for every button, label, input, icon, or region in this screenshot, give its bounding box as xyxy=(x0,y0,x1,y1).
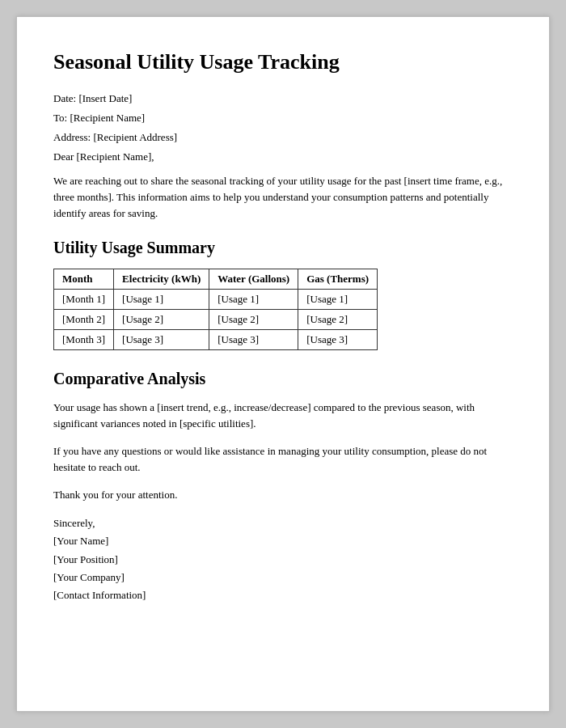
table-cell-r2-c2: [Usage 3] xyxy=(209,329,298,349)
table-cell-r1-c1: [Usage 2] xyxy=(114,309,209,329)
table-cell-r0-c1: [Usage 1] xyxy=(114,289,209,309)
comparative-para2: If you have any questions or would like … xyxy=(53,443,513,476)
closing-contact: [Contact Information] xyxy=(53,589,146,601)
table-cell-r2-c0: [Month 3] xyxy=(54,329,114,349)
col-electricity: Electricity (kWh) xyxy=(114,269,209,289)
signature-block: Sincerely, [Your Name] [Your Position] [… xyxy=(53,514,513,603)
col-water: Water (Gallons) xyxy=(209,269,298,289)
summary-heading: Utility Usage Summary xyxy=(53,239,513,257)
table-row: [Month 1][Usage 1][Usage 1][Usage 1] xyxy=(54,289,378,309)
table-cell-r1-c3: [Usage 2] xyxy=(298,309,378,329)
col-gas: Gas (Therms) xyxy=(298,269,378,289)
date-line: Date: [Insert Date] xyxy=(53,92,513,105)
salutation: Dear [Recipient Name], xyxy=(53,150,513,163)
comparative-para1: Your usage has shown a [insert trend, e.… xyxy=(53,400,513,432)
closing-company: [Your Company] xyxy=(53,571,125,583)
address-line: Address: [Recipient Address] xyxy=(53,131,513,144)
table-row: [Month 2][Usage 2][Usage 2][Usage 2] xyxy=(54,309,378,329)
table-cell-r0-c3: [Usage 1] xyxy=(298,289,378,309)
closing-name: [Your Name] xyxy=(53,535,108,547)
thank-you-para: Thank you for your attention. xyxy=(53,487,513,503)
closing-position: [Your Position] xyxy=(53,553,118,565)
document-title: Seasonal Utility Usage Tracking xyxy=(53,49,513,74)
table-header-row: Month Electricity (kWh) Water (Gallons) … xyxy=(54,269,378,289)
comparative-heading: Comparative Analysis xyxy=(53,370,513,388)
table-cell-r1-c0: [Month 2] xyxy=(54,309,114,329)
table-cell-r2-c1: [Usage 3] xyxy=(114,329,209,349)
intro-paragraph: We are reaching out to share the seasona… xyxy=(53,173,513,222)
closing-sincerely: Sincerely, xyxy=(53,517,95,529)
table-row: [Month 3][Usage 3][Usage 3][Usage 3] xyxy=(54,329,378,349)
table-cell-r1-c2: [Usage 2] xyxy=(209,309,298,329)
usage-table: Month Electricity (kWh) Water (Gallons) … xyxy=(53,269,378,350)
to-line: To: [Recipient Name] xyxy=(53,112,513,125)
table-cell-r2-c3: [Usage 3] xyxy=(298,329,378,349)
table-cell-r0-c2: [Usage 1] xyxy=(209,289,298,309)
col-month: Month xyxy=(54,269,114,289)
table-cell-r0-c0: [Month 1] xyxy=(54,289,114,309)
document-page: Seasonal Utility Usage Tracking Date: [I… xyxy=(16,16,550,712)
